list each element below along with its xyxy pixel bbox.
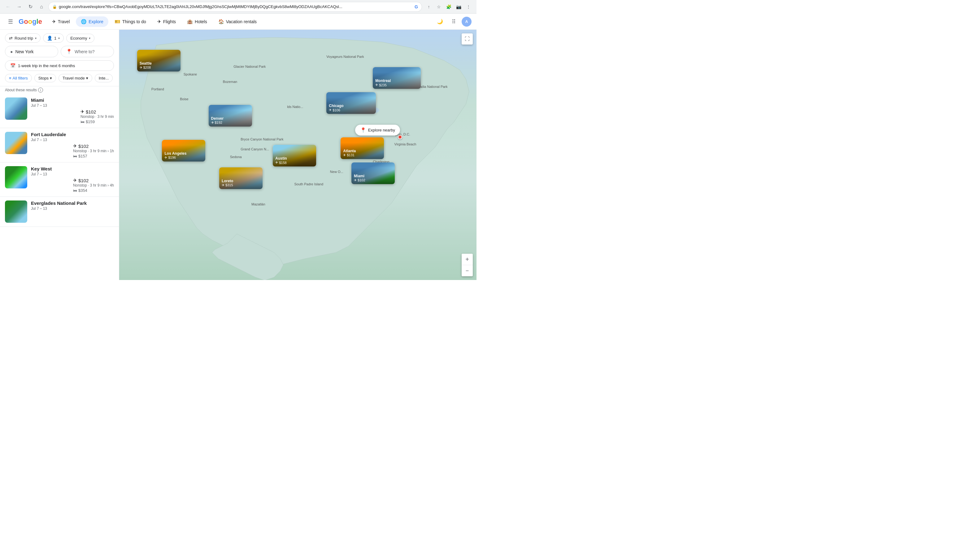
- apps-button[interactable]: ⠿: [448, 16, 459, 27]
- travel-mode-button[interactable]: Travel mode ▾: [59, 74, 92, 82]
- tab-explore[interactable]: 🌐 Explore: [76, 16, 108, 27]
- map-card-overlay-austin: Austin ✈ $158: [273, 150, 316, 167]
- travel-mode-chevron: ▾: [86, 76, 88, 80]
- map-card-losangeles[interactable]: Los Angeles ✈ $196: [162, 140, 205, 161]
- trip-type-chevron: ▾: [35, 37, 37, 40]
- tab-hotels[interactable]: 🏨 Hotels: [182, 16, 212, 27]
- fullscreen-icon: ⛶: [465, 36, 470, 42]
- cabin-chevron: ▾: [89, 37, 90, 40]
- result-card-miami[interactable]: Miami Jul 7 – 13 ✈ $102 Nonstop · 3 hr 9…: [0, 94, 119, 128]
- explore-nearby-label: Explore nearby: [368, 128, 395, 132]
- date-range-button[interactable]: 📅 1-week trip in the next 6 months: [5, 60, 114, 71]
- result-hotel-price-fortlauderdale: 🛏 $157: [73, 154, 114, 158]
- browser-chrome: ← → ↻ ⌂ 🔒 google.com/travel/explore?tfs=…: [0, 0, 476, 14]
- result-image-fortlauderdale: [5, 132, 27, 154]
- result-prices-miami: ✈ $102 Nonstop · 3 hr 9 min 🛏 $159: [81, 109, 114, 124]
- map-card-city-austin: Austin: [275, 156, 314, 161]
- map-card-overlay-losangeles: Los Angeles ✈ $196: [162, 145, 205, 161]
- stops-button[interactable]: Stops ▾: [34, 74, 56, 82]
- back-button[interactable]: ←: [4, 3, 12, 11]
- cabin-class-button[interactable]: Economy ▾: [66, 34, 95, 43]
- zoom-out-button[interactable]: −: [462, 265, 473, 276]
- result-card-keywest[interactable]: Key West Jul 7 – 13 ✈ $102 Nonstop · 3 h…: [0, 162, 119, 197]
- flight-icon-denver: ✈: [211, 121, 214, 125]
- all-filters-label: All filters: [13, 76, 28, 80]
- result-prices-keywest: ✈ $102 Nonstop · 3 hr 9 min › 4h 🛏 $354: [73, 178, 114, 193]
- result-flight-price-keywest: ✈ $102: [73, 178, 114, 183]
- address-bar[interactable]: 🔒 google.com/travel/explore?tfs=CBwQAxob…: [48, 2, 422, 12]
- map-card-city-montreal: Montreal: [375, 79, 418, 83]
- inte-button[interactable]: Inte...: [95, 74, 113, 82]
- bookmark-button[interactable]: ☆: [435, 3, 443, 11]
- result-card-fortlauderdale[interactable]: Fort Lauderdale Jul 7 – 13 ✈ $102 Nonsto…: [0, 128, 119, 162]
- home-button[interactable]: ⌂: [37, 3, 46, 11]
- result-dates-everglades: Jul 7 – 13: [31, 206, 114, 211]
- refresh-button[interactable]: ↻: [26, 3, 35, 11]
- hotels-icon: 🏨: [187, 19, 193, 25]
- result-card-everglades[interactable]: Everglades National Park Jul 7 – 13: [0, 197, 119, 227]
- tab-flights[interactable]: ✈ Flights: [152, 16, 181, 27]
- dark-mode-button[interactable]: 🌙: [435, 16, 445, 27]
- zoom-in-button[interactable]: +: [462, 254, 473, 265]
- result-hotel-price-keywest: 🛏 $354: [73, 188, 114, 193]
- result-info-miami: Miami Jul 7 – 13 ✈ $102 Nonstop · 3 hr 9…: [31, 97, 114, 124]
- origin-input[interactable]: ● New York: [5, 46, 58, 57]
- result-city-keywest: Key West: [31, 166, 114, 172]
- google-logo[interactable]: Google: [19, 18, 42, 26]
- map-fullscreen-button[interactable]: ⛶: [462, 33, 473, 45]
- tab-travel[interactable]: ✈ Travel: [47, 16, 75, 27]
- hamburger-button[interactable]: ☰: [5, 16, 16, 27]
- trip-type-row: ⇄ Round trip ▾ 👤 1 ▾ Economy ▾: [5, 33, 114, 43]
- map-card-loreto[interactable]: Loreto ✈ $315: [219, 167, 262, 189]
- cabin-label: Economy: [70, 36, 87, 40]
- map-card-montreal[interactable]: Montreal ✈ $235: [373, 67, 421, 89]
- map-card-chicago[interactable]: Chicago ✈ $106: [326, 92, 376, 114]
- tab-things-label: Things to do: [122, 19, 146, 24]
- all-filters-button[interactable]: ≡ All filters: [5, 74, 32, 82]
- inte-label: Inte...: [99, 76, 109, 80]
- tab-travel-label: Travel: [58, 19, 70, 24]
- result-info-keywest: Key West Jul 7 – 13 ✈ $102 Nonstop · 3 h…: [31, 166, 114, 193]
- date-range-label: 1-week trip in the next 6 months: [18, 63, 75, 68]
- nav-right: 🌙 ⠿ A: [435, 16, 472, 27]
- map-card-denver[interactable]: Denver ✈ $192: [209, 105, 252, 127]
- destination-input[interactable]: 📍 Where to?: [61, 46, 114, 57]
- map-area[interactable]: Glacier National Park Spokane Portland B…: [119, 30, 476, 280]
- tab-vacation-rentals[interactable]: 🏠 Vacation rentals: [213, 16, 262, 27]
- flight-icon-austin: ✈: [275, 161, 278, 165]
- result-dates-fortlauderdale: Jul 7 – 13: [31, 138, 114, 142]
- share-button[interactable]: ↑: [424, 3, 433, 11]
- passengers-button[interactable]: 👤 1 ▾: [43, 33, 64, 43]
- map-card-city-loreto: Loreto: [222, 179, 260, 183]
- map-card-seattle[interactable]: Seattle ✈ $208: [137, 50, 180, 71]
- browser-actions: ↑ ☆ 🧩 📷 ⋮: [424, 3, 473, 11]
- result-city-miami: Miami: [31, 97, 114, 103]
- explore-nearby-button[interactable]: 📍 Explore nearby: [355, 125, 400, 136]
- avatar[interactable]: A: [462, 17, 472, 26]
- map-card-city-chicago: Chicago: [329, 104, 373, 108]
- map-card-atlanta[interactable]: Atlanta ✈ $131: [341, 138, 384, 159]
- things-icon: 🎫: [115, 19, 120, 25]
- flight-icon-fl: ✈: [73, 143, 77, 149]
- result-image-everglades: [5, 201, 27, 223]
- travel-mode-label: Travel mode: [62, 76, 85, 80]
- tab-things-to-do[interactable]: 🎫 Things to do: [110, 16, 151, 27]
- map-card-price-atlanta: ✈ $131: [343, 153, 382, 157]
- trip-type-button[interactable]: ⇄ Round trip ▾: [5, 33, 40, 43]
- main-layout: ⇄ Round trip ▾ 👤 1 ▾ Economy ▾ ● N: [0, 30, 476, 280]
- flight-icon-montreal: ✈: [375, 83, 378, 87]
- destination-icon: 📍: [66, 49, 72, 54]
- more-button[interactable]: ⋮: [464, 3, 473, 11]
- puzzle-button[interactable]: 🧩: [444, 3, 453, 11]
- bed-icon-kw: 🛏: [73, 188, 77, 193]
- forward-button[interactable]: →: [15, 3, 23, 11]
- map-card-miami2[interactable]: Miami ✈ $102: [351, 162, 395, 184]
- map-card-price-losangeles: ✈ $196: [165, 156, 203, 159]
- bed-icon-miami: 🛏: [81, 119, 85, 124]
- camera-button[interactable]: 📷: [454, 3, 463, 11]
- map-card-city-denver: Denver: [211, 116, 250, 121]
- map-card-austin[interactable]: Austin ✈ $158: [273, 145, 316, 167]
- map-card-price-loreto: ✈ $315: [222, 183, 260, 187]
- destination-placeholder: Where to?: [75, 49, 95, 54]
- map-card-price-seattle: ✈ $208: [140, 66, 178, 70]
